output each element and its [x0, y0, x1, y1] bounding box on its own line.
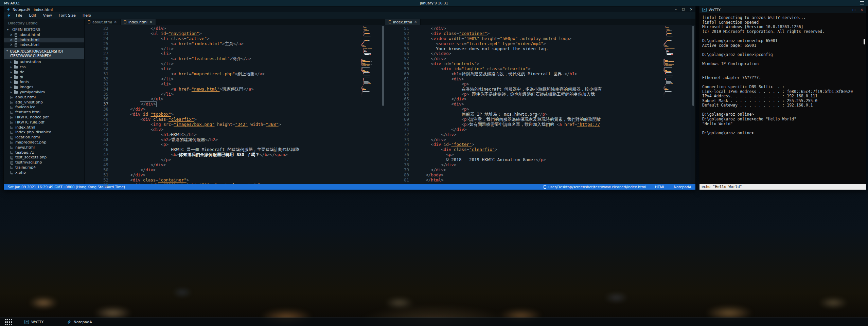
open-editor-item[interactable]: ×about.html: [4, 33, 84, 38]
tab-index.html[interactable]: index.html×: [121, 19, 156, 25]
close-icon[interactable]: ×: [414, 20, 417, 24]
line-number[interactable]: 68: [385, 112, 409, 117]
close-icon[interactable]: ×: [690, 8, 693, 11]
terminal-output[interactable]: [info] Conencting to arozos WsTTY servic…: [699, 13, 866, 184]
line-number[interactable]: 49: [85, 162, 108, 168]
line-number[interactable]: 32: [85, 77, 108, 82]
line-number[interactable]: 47: [85, 152, 108, 157]
open-editors-header[interactable]: ▾ OPEN EDITORS: [4, 27, 84, 33]
code-line[interactable]: <div id="topbox">: [120, 112, 359, 117]
line-number[interactable]: 79: [385, 168, 409, 173]
code-line[interactable]: 在香港的Minecraft 伺服器中，多為小遊戲和純生存的伺服器，較少擁有: [421, 87, 660, 92]
code-line[interactable]: <source src="trailer.mp4" type="video/mp…: [421, 41, 660, 46]
code-line[interactable]: <li>: [120, 82, 359, 87]
code-line[interactable]: <b>你知道我們全線伺服器已轉用 SSD 了嗎？</b></span>: [120, 152, 359, 157]
code-line[interactable]: </div>: [421, 56, 660, 61]
tab-index.html[interactable]: index.html×: [385, 19, 421, 25]
line-number[interactable]: 65: [385, 97, 409, 102]
taskbar-item-notepada[interactable]: NotepadA: [64, 318, 95, 326]
wstty-titlebar[interactable]: WsTTY – □ ×: [699, 6, 866, 13]
line-number[interactable]: 76: [385, 152, 409, 157]
code-line[interactable]: </div>: [421, 97, 660, 102]
code-line[interactable]: </div>: [120, 173, 359, 178]
code-line[interactable]: <li>: [120, 66, 359, 72]
code-line[interactable]: </div>: [421, 26, 660, 31]
sidebar-file-item[interactable]: teabag.7z: [4, 150, 84, 155]
code-line[interactable]: Your browser does not support the video …: [421, 46, 660, 52]
line-number[interactable]: 46: [85, 147, 108, 152]
code-line[interactable]: </ul>: [120, 97, 359, 102]
maximize-icon[interactable]: □: [682, 8, 685, 11]
minimize-icon[interactable]: –: [675, 8, 677, 11]
line-number[interactable]: 78: [385, 162, 409, 168]
line-number[interactable]: 80: [385, 173, 409, 178]
line-number[interactable]: 58: [385, 61, 409, 66]
line-number[interactable]: 60: [385, 72, 409, 77]
line-number[interactable]: 56: [385, 51, 409, 56]
line-number[interactable]: 72: [385, 132, 409, 137]
line-number[interactable]: 40: [85, 117, 108, 122]
code-line[interactable]: </div>: [421, 137, 660, 142]
line-number[interactable]: 67: [385, 107, 409, 112]
code-line[interactable]: </div>: [120, 168, 359, 173]
sidebar-file-item[interactable]: x.php: [4, 170, 84, 175]
code-line[interactable]: </div>: [120, 162, 359, 168]
code-line[interactable]: <a href="index.html">主頁</a>: [120, 41, 359, 46]
code-line[interactable]: <img src="images/box.png" height="342" w…: [120, 122, 359, 127]
line-number[interactable]: 26: [85, 46, 108, 52]
sidebar-file-item[interactable]: HKWTC notice.pdf: [4, 115, 84, 120]
line-number-gutter[interactable]: 2223242526272829303132333435363738394041…: [85, 26, 113, 184]
sidebar-file-item[interactable]: trailer.mp4: [4, 165, 84, 170]
line-number[interactable]: 69: [385, 117, 409, 122]
line-number[interactable]: 77: [385, 157, 409, 162]
open-editor-item[interactable]: ×index.html: [4, 38, 84, 43]
line-number[interactable]: 31: [85, 72, 108, 77]
sidebar-file-item[interactable]: testmysql.php: [4, 160, 84, 165]
code-line[interactable]: <p>請注意，我們的伺服器為確保玩家及遊玩時的質素，我們對的服務開放: [421, 117, 660, 122]
close-icon[interactable]: ×: [10, 33, 13, 38]
code-line[interactable]: <a href="news.html">玩家傳送門</a>: [120, 87, 359, 92]
code-line[interactable]: <div id="footer">: [421, 142, 660, 147]
hamburger-menu-icon[interactable]: [860, 1, 864, 4]
terminal-scrollbar-thumb[interactable]: [864, 39, 865, 44]
terminal-input[interactable]: echo "Hello World": [699, 184, 866, 190]
line-number[interactable]: 66: [385, 102, 409, 107]
code-line[interactable]: <div id="tagline" class="clearfix">: [421, 66, 660, 72]
line-number[interactable]: 43: [85, 132, 108, 137]
line-number[interactable]: 75: [385, 147, 409, 152]
sidebar-file-item[interactable]: about.html: [4, 95, 84, 100]
sidebar-folder-item[interactable]: ▸images: [4, 85, 84, 90]
line-number[interactable]: 71: [385, 127, 409, 132]
line-number[interactable]: 62: [385, 82, 409, 87]
close-icon[interactable]: ×: [114, 20, 117, 24]
code-line[interactable]: <p>: [421, 107, 660, 112]
line-number[interactable]: 52: [85, 178, 108, 183]
code-line[interactable]: </html>: [421, 178, 660, 183]
line-number[interactable]: 34: [85, 87, 108, 92]
close-icon[interactable]: ×: [10, 42, 13, 47]
code-line[interactable]: <div>: [421, 102, 660, 107]
code-line[interactable]: </li>: [120, 46, 359, 52]
code-line[interactable]: </div>: [120, 102, 359, 107]
line-number[interactable]: 30: [85, 66, 108, 72]
line-number[interactable]: 37: [85, 102, 108, 107]
code-line[interactable]: <div>: [120, 127, 359, 132]
sidebar-file-item[interactable]: location.html: [4, 135, 84, 140]
line-number[interactable]: 55: [385, 46, 409, 52]
line-number[interactable]: 59: [385, 66, 409, 72]
sidebar-file-item[interactable]: index.html: [4, 125, 84, 130]
line-number[interactable]: 63: [385, 87, 409, 92]
maximize-icon[interactable]: □: [852, 8, 855, 12]
tab-about.html[interactable]: about.html×: [85, 19, 121, 25]
line-number[interactable]: 45: [85, 142, 108, 147]
code-line[interactable]: <h2>香港的建築伺服器</h2>: [120, 137, 359, 142]
line-number[interactable]: 42: [85, 127, 108, 132]
line-number[interactable]: 57: [385, 56, 409, 61]
sidebar-file-item[interactable]: favicon.ico: [4, 105, 84, 110]
code-line[interactable]: <p>: [120, 142, 359, 147]
line-number[interactable]: 35: [85, 92, 108, 97]
line-number[interactable]: 48: [85, 157, 108, 162]
sidebar-folder-item[interactable]: ▸css: [4, 65, 84, 70]
code-line[interactable]: </li>: [120, 77, 359, 82]
code-line[interactable]: <h1>HKWTC</h1>: [120, 132, 359, 137]
